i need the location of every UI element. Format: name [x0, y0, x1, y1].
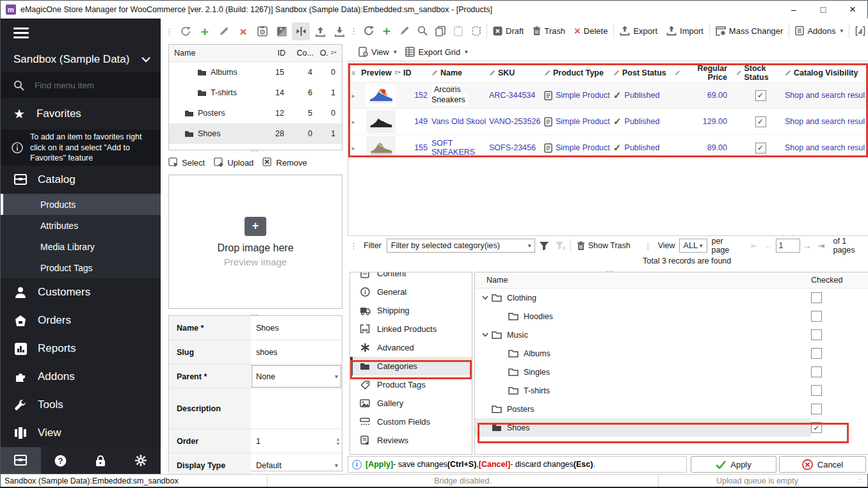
split-view-button[interactable]	[292, 22, 310, 40]
tab-content[interactable]: Content	[350, 272, 472, 283]
stock-checkbox-checked[interactable]: ✓	[755, 90, 766, 101]
sidebar-item-favorites[interactable]: ★ Favorites	[1, 98, 161, 130]
show-trash-button[interactable]: Show Trash	[572, 237, 635, 255]
col-id[interactable]: ID	[403, 68, 428, 77]
stock-checkbox-checked[interactable]: ✓	[755, 143, 766, 153]
product-row[interactable]: ▸ 152 Arcoiris Sneakers ARC-344534 Simpl…	[348, 82, 868, 108]
close-button[interactable]: ×	[838, 1, 867, 19]
maximize-button[interactable]: □	[808, 1, 838, 19]
col-count[interactable]: Co...	[285, 49, 314, 58]
col-name[interactable]: Name	[428, 68, 486, 77]
col-catalog-visibility[interactable]: Catalog Visibility	[785, 68, 868, 77]
prev-page-button[interactable]: ←	[764, 241, 773, 251]
toolbar-drag-handle[interactable]: ⋮	[165, 27, 173, 36]
field-value-slug[interactable]: shoes	[251, 340, 342, 364]
tab-advanced[interactable]: Advanced	[350, 338, 472, 357]
category-checkbox[interactable]	[811, 329, 822, 340]
apply-filter-button[interactable]	[535, 237, 552, 255]
tree-row-clothing[interactable]: Clothing	[475, 288, 868, 307]
sidebar-search[interactable]	[1, 72, 161, 98]
spin-down-icon[interactable]: ▾	[337, 441, 339, 446]
select-image-button[interactable]: Select	[168, 157, 205, 168]
category-checkbox[interactable]	[811, 348, 822, 359]
col-sku[interactable]: SKU	[486, 68, 542, 77]
connection-selector[interactable]: Sandbox (Sample Data)	[1, 47, 161, 72]
filter-category-select[interactable]: Filter by selected category(ies) ▾	[387, 239, 536, 253]
help-button[interactable]: ?	[41, 447, 81, 474]
category-checkbox[interactable]	[811, 311, 822, 322]
addons-dropdown-button[interactable]: Addons ▾	[791, 22, 848, 40]
toolbar-drag-handle[interactable]: ⋮	[644, 241, 652, 251]
preview-clipboard-button[interactable]	[253, 22, 271, 40]
hamburger-menu-button[interactable]	[1, 19, 161, 47]
tree-row-singles[interactable]: Singles	[475, 363, 868, 381]
paste-special-button[interactable]	[467, 22, 485, 40]
apply-button[interactable]: Apply	[691, 456, 776, 473]
image-adjust-button[interactable]: +-	[273, 22, 291, 40]
search-products-button[interactable]	[414, 22, 431, 40]
tab-categories-selected[interactable]: Categories	[350, 357, 472, 375]
col-name[interactable]: Name	[169, 49, 259, 58]
expander-icon[interactable]	[480, 295, 490, 300]
category-checkbox[interactable]	[811, 366, 822, 377]
tree-row-hoodies[interactable]: Hoodies	[475, 307, 868, 326]
toolbar-drag-handle[interactable]: ⋮	[350, 26, 358, 36]
expander-icon[interactable]	[480, 333, 490, 337]
sidebar-item-customers[interactable]: Customers	[1, 278, 161, 306]
col-preview[interactable]: Preview	[358, 68, 403, 77]
sidebar-item-catalog[interactable]: Catalog	[1, 166, 161, 194]
store-manager-button[interactable]	[1, 447, 41, 474]
toolbar-drag-handle[interactable]: ⋮	[350, 241, 358, 251]
clear-filter-button[interactable]	[552, 237, 569, 255]
category-checkbox[interactable]	[811, 292, 822, 303]
col-id[interactable]: ID	[259, 49, 285, 58]
view-dropdown-button[interactable]: View ▾	[354, 43, 401, 61]
paste-button[interactable]	[449, 22, 467, 40]
tab-gallery[interactable]: Gallery	[350, 394, 472, 413]
category-row-posters[interactable]: Posters 12 5 0	[169, 103, 342, 123]
col-product-type[interactable]: Product Type	[542, 68, 613, 77]
remove-image-button[interactable]: Remove	[262, 157, 307, 168]
sidebar-item-addons[interactable]: Addons	[1, 363, 161, 391]
col-post-status[interactable]: Post Status	[613, 68, 675, 77]
settings-button[interactable]	[121, 447, 161, 474]
first-page-button[interactable]: ⇤	[751, 241, 758, 251]
category-row-tshirts[interactable]: T-shirts 14 6 1	[169, 83, 342, 103]
tab-general[interactable]: General	[350, 283, 472, 301]
tree-row-posters[interactable]: Posters	[475, 400, 868, 418]
refresh-products-button[interactable]	[360, 22, 378, 40]
category-checkbox-checked[interactable]: ✓	[811, 422, 822, 433]
per-page-select[interactable]: ALL ▾	[679, 239, 707, 253]
col-checked[interactable]: Checked	[811, 276, 868, 285]
product-row[interactable]: ▸ 149 Vans Old Skool VANO-253526 Simple …	[348, 108, 868, 134]
tree-row-shoes-selected[interactable]: Shoes ✓	[475, 418, 868, 437]
col-name[interactable]: Name	[475, 276, 811, 285]
edit-category-button[interactable]	[215, 22, 233, 40]
sidebar-item-products[interactable]: Products	[1, 194, 161, 215]
column-chooser-icon[interactable]: ≡	[348, 69, 358, 77]
order-stepper[interactable]: 1 ▴▾	[251, 429, 342, 453]
edit-product-button[interactable]	[396, 22, 414, 40]
category-checkbox[interactable]	[811, 385, 822, 396]
search-input[interactable]	[33, 80, 145, 91]
col-order[interactable]: O.	[314, 49, 342, 58]
import-button[interactable]: Import	[662, 22, 708, 40]
add-product-button[interactable]: +	[378, 22, 396, 40]
col-stock-status[interactable]: Stock Status	[736, 64, 785, 82]
product-row[interactable]: ▸ 155 SOFT SNEAKERS SOFS-23456 Simple Pr…	[348, 134, 868, 161]
mass-changer-button[interactable]: Mass Changer	[711, 22, 788, 40]
category-checkbox[interactable]	[811, 404, 822, 414]
tab-linked-products[interactable]: Linked Products	[350, 320, 472, 338]
field-value-description[interactable]	[251, 389, 342, 429]
sidebar-item-media-library[interactable]: Media Library	[1, 236, 161, 257]
stock-checkbox-checked[interactable]: ✓	[755, 116, 766, 127]
category-row-shoes-selected[interactable]: Shoes 28 0 1	[169, 123, 342, 144]
sidebar-item-tools[interactable]: Tools	[1, 391, 161, 419]
sidebar-item-product-tags[interactable]: Product Tags	[1, 257, 161, 278]
draft-button[interactable]: Draft	[488, 22, 528, 40]
cancel-button[interactable]: Cancel	[779, 456, 866, 473]
category-row-albums[interactable]: Albums 15 4 0	[169, 62, 342, 83]
trash-button[interactable]: Trash	[528, 22, 570, 40]
upload-image-button[interactable]	[311, 22, 329, 40]
lock-button[interactable]	[81, 447, 121, 474]
